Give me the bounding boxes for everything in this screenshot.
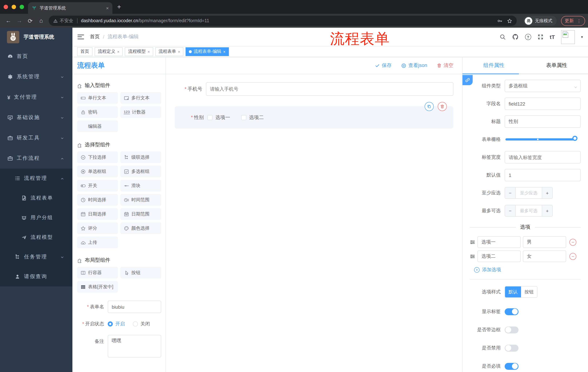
component-chip-cascader[interactable]: 级联选择 [120,151,161,163]
sidebar-item-process-form[interactable]: 流程表单 [0,188,73,208]
component-chip-date-range[interactable]: 日期范围 [120,208,161,220]
clear-button[interactable]: 清空 [437,62,453,69]
sidebar-collapse-icon[interactable] [77,34,84,39]
min-select-placeholder[interactable]: 至少应选 [515,187,542,198]
back-button[interactable]: ← [3,18,14,24]
component-chip-select[interactable]: 下拉选择 [77,151,118,163]
component-chip-counter[interactable]: 123计数器 [120,106,161,118]
delete-component-button[interactable] [438,102,447,111]
close-window-button[interactable] [4,5,8,9]
component-chip-row-container[interactable]: 行容器 [77,267,118,278]
component-chip-color[interactable]: 颜色选择 [120,223,161,234]
component-chip-upload[interactable]: 上传 [77,237,118,248]
stepper-increase-button[interactable]: + [542,187,552,198]
disabled-toggle[interactable] [505,344,518,351]
tag-process-form[interactable]: 流程表单 × [155,47,184,56]
sidebar-item-task-mgmt[interactable]: 任务管理 [0,247,73,267]
phone-input[interactable] [206,82,453,96]
tag-home[interactable]: 首页 [77,47,92,56]
form-name-input[interactable] [108,301,161,313]
tag-process-form-edit[interactable]: 流程表单-编辑 × [186,47,229,56]
bookmark-star-icon[interactable] [507,18,512,23]
slider-handle[interactable] [572,136,578,141]
component-chip-switch[interactable]: 开关 [77,180,118,191]
fullscreen-icon[interactable] [537,34,544,40]
sidebar-item-home[interactable]: 首页 [0,46,73,67]
border-toggle[interactable] [505,326,518,333]
gender-option2-checkbox[interactable]: 选项二 [241,114,264,121]
component-chip-button[interactable]: 按钮 [120,267,161,278]
new-tab-button[interactable]: + [117,4,121,10]
component-chip-password[interactable]: 密码 [77,106,118,118]
github-icon[interactable] [512,33,519,40]
save-button[interactable]: 保存 [375,62,391,69]
title-input[interactable] [505,115,581,128]
tag-close-icon[interactable]: × [117,49,119,54]
option2-value-input[interactable] [523,250,566,262]
avatar[interactable] [561,30,575,44]
component-chip-editor[interactable]: 编辑器 [77,120,118,132]
tag-close-icon[interactable]: × [147,49,150,54]
sidebar-item-workflow[interactable]: 工作流程 [0,148,73,169]
status-radio-off[interactable]: 关闭 [133,321,150,327]
search-icon[interactable] [500,34,506,40]
gender-option1-checkbox[interactable]: 选项一 [207,114,230,121]
component-chip-rate[interactable]: 评分 [77,223,118,234]
copy-component-button[interactable] [425,102,434,111]
add-option-button[interactable]: + 添加选项 [474,266,581,273]
option2-label-input[interactable] [477,250,521,262]
sidebar-item-payment[interactable]: ¥ 支付管理 [0,87,73,107]
default-value-input[interactable] [505,169,581,181]
component-chip-radio-group[interactable]: 单选框组 [77,166,118,177]
component-type-select[interactable] [505,80,581,92]
form-remark-textarea[interactable]: 嘿嘿 [108,335,161,357]
field-name-input[interactable] [505,97,581,110]
component-chip-multi-text[interactable]: 多行文本 [120,92,161,104]
sidebar-logo[interactable]: 芋道管理系统 [0,28,73,46]
show-label-toggle[interactable] [505,308,518,315]
component-chip-single-text[interactable]: 单行文本 [77,92,118,104]
option1-label-input[interactable] [477,236,521,248]
status-radio-on[interactable]: 开启 [108,321,125,327]
component-chip-slider[interactable]: 滑块 [120,180,161,191]
minimize-window-button[interactable] [12,5,16,9]
max-select-placeholder[interactable]: 最多可选 [515,205,542,216]
view-json-button[interactable]: 查看json [401,62,427,69]
stepper-increase-button[interactable]: + [542,205,552,216]
reload-button[interactable]: ⟳ [25,17,36,24]
sidebar-item-infra[interactable]: 基础设施 [0,107,73,128]
sidebar-item-process-mgmt[interactable]: 流程管理 [0,169,73,188]
security-indicator[interactable]: 不安全 [53,18,73,24]
tab-close-icon[interactable]: × [106,5,109,11]
tag-close-icon[interactable]: × [178,49,180,54]
style-button-button[interactable]: 按钮 [521,287,537,298]
drag-handle-icon[interactable] [470,239,475,245]
form-grid-slider[interactable] [505,138,574,140]
address-bar[interactable]: 不安全 dashboard.yudao.iocoder.cn/bpm/manag… [49,16,517,26]
sidebar-item-user-group[interactable]: 用户分组 [0,208,73,227]
browser-update-button[interactable]: 更新 ⋮ [561,16,585,26]
forward-button[interactable]: → [14,18,25,24]
component-chip-time-range[interactable]: 时间范围 [120,194,161,206]
component-chip-table[interactable]: 表格[开发中] [77,281,118,293]
selected-component-gender[interactable]: *性别 选项一 选项二 [175,106,453,128]
avatar-caret-icon[interactable]: ▾ [581,35,583,39]
remove-option-button[interactable]: − [569,253,576,260]
tag-process-definition[interactable]: 流程定义 × [94,47,123,56]
style-default-button[interactable]: 默认 [505,287,521,298]
password-key-icon[interactable] [497,18,503,23]
window-controls[interactable] [4,5,24,9]
drag-handle-icon[interactable] [470,254,475,259]
panel-link-handle[interactable] [462,75,473,85]
breadcrumb-home[interactable]: 首页 [90,33,100,40]
component-chip-time[interactable]: 时间选择 [77,194,118,206]
remove-option-button[interactable]: − [569,239,576,245]
stepper-decrease-button[interactable]: − [505,205,515,216]
home-button[interactable]: ⌂ [36,18,47,24]
required-toggle[interactable] [505,363,518,370]
label-width-input[interactable] [505,151,581,163]
sidebar-item-process-model[interactable]: 流程模型 [0,227,73,247]
sidebar-item-leave-query[interactable]: 请假查询 [0,267,73,287]
tab-component-props[interactable]: 组件属性 [462,57,525,74]
component-chip-date[interactable]: 日期选择 [77,208,118,220]
